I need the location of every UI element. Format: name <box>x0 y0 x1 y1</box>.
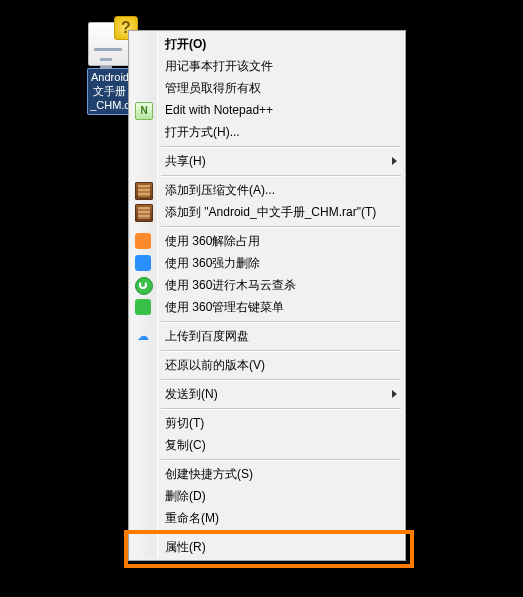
menu-360-unlock[interactable]: 使用 360解除占用 <box>159 230 403 252</box>
menu-edit-notepadpp[interactable]: Edit with Notepad++ <box>159 99 403 121</box>
context-menu: 打开(O) 用记事本打开该文件 管理员取得所有权 Edit with Notep… <box>128 30 406 561</box>
menu-share[interactable]: 共享(H) <box>159 150 403 172</box>
menu-create-shortcut[interactable]: 创建快捷方式(S) <box>159 463 403 485</box>
menu-send-to[interactable]: 发送到(N) <box>159 383 403 405</box>
winrar-icon <box>135 204 153 222</box>
notepadpp-icon <box>135 102 153 120</box>
360-scan-icon <box>135 277 153 295</box>
menu-360-trojan-scan[interactable]: 使用 360进行木马云查杀 <box>159 274 403 296</box>
menu-separator <box>159 405 403 412</box>
file-name-label: Android 文手册 _CHM.c <box>90 70 130 112</box>
menu-open-notepad[interactable]: 用记事本打开该文件 <box>159 55 403 77</box>
360-force-delete-icon <box>135 255 151 271</box>
winrar-icon <box>135 182 153 200</box>
360-manage-icon <box>135 299 151 315</box>
menu-restore-previous[interactable]: 还原以前的版本(V) <box>159 354 403 376</box>
menu-rename[interactable]: 重命名(M) <box>159 507 403 529</box>
chm-file-icon: ? <box>88 22 132 66</box>
menu-separator <box>159 223 403 230</box>
menu-take-ownership[interactable]: 管理员取得所有权 <box>159 77 403 99</box>
360-unlock-icon <box>135 233 151 249</box>
submenu-arrow-icon <box>392 157 397 165</box>
menu-open[interactable]: 打开(O) <box>159 33 403 55</box>
menu-cut[interactable]: 剪切(T) <box>159 412 403 434</box>
menu-separator <box>159 529 403 536</box>
menu-separator <box>159 456 403 463</box>
menu-separator <box>159 143 403 150</box>
menu-delete[interactable]: 删除(D) <box>159 485 403 507</box>
menu-separator <box>159 347 403 354</box>
menu-add-to-archive[interactable]: 添加到压缩文件(A)... <box>159 179 403 201</box>
menu-separator <box>159 172 403 179</box>
menu-copy[interactable]: 复制(C) <box>159 434 403 456</box>
menu-open-with[interactable]: 打开方式(H)... <box>159 121 403 143</box>
menu-separator <box>159 318 403 325</box>
menu-360-force-delete[interactable]: 使用 360强力删除 <box>159 252 403 274</box>
menu-upload-baidu[interactable]: ☁ 上传到百度网盘 <box>159 325 403 347</box>
menu-360-manage-context[interactable]: 使用 360管理右键菜单 <box>159 296 403 318</box>
baidu-cloud-icon: ☁ <box>135 328 151 344</box>
menu-properties[interactable]: 属性(R) <box>159 536 403 558</box>
submenu-arrow-icon <box>392 390 397 398</box>
menu-add-to-named-rar[interactable]: 添加到 "Android_中文手册_CHM.rar"(T) <box>159 201 403 223</box>
menu-separator <box>159 376 403 383</box>
